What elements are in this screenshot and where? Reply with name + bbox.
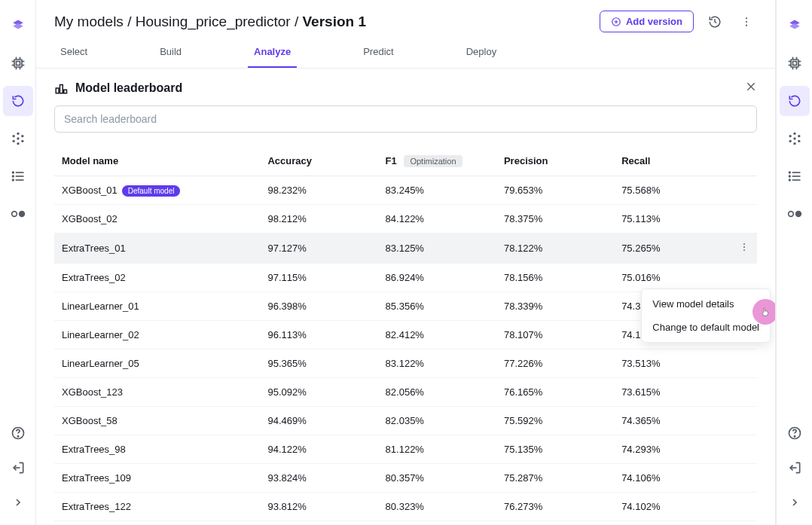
tab-deploy[interactable]: Deploy: [460, 38, 502, 68]
row-menu-button[interactable]: [731, 349, 757, 378]
row-menu-button[interactable]: [731, 205, 757, 234]
svg-point-12: [17, 142, 19, 145]
leaderboard-panel: Model leaderboard Model name Accuracy F1…: [36, 69, 775, 525]
svg-point-68: [794, 436, 795, 437]
optimization-badge: Optimization: [404, 155, 462, 167]
svg-point-54: [793, 142, 795, 145]
menu-change-default[interactable]: Change to default model: [642, 316, 770, 339]
sidebar-item-network[interactable]: [3, 124, 33, 154]
row-menu-button[interactable]: [731, 464, 757, 493]
sidebar-item-signout[interactable]: [3, 453, 33, 483]
tab-select[interactable]: Select: [54, 38, 93, 68]
row-context-menu: View model details Change to default mod…: [641, 288, 771, 343]
close-panel-button[interactable]: [745, 81, 757, 95]
right-sidebar-chip[interactable]: [780, 48, 810, 78]
cell-model-name: XGBoost_58: [54, 407, 260, 435]
tab-predict[interactable]: Predict: [357, 38, 399, 68]
chip-icon: [787, 56, 802, 71]
svg-rect-34: [56, 88, 59, 93]
table-row[interactable]: ExtraTrees_0297.115%86.924%78.156%75.016…: [54, 264, 757, 292]
cell-recall: 74.106%: [614, 464, 731, 493]
row-menu-button[interactable]: [731, 493, 757, 521]
svg-rect-36: [64, 90, 67, 93]
right-sidebar-refresh[interactable]: [780, 86, 810, 116]
col-precision[interactable]: Precision: [496, 146, 614, 176]
col-model-name[interactable]: Model name: [54, 146, 260, 176]
col-f1[interactable]: F1 Optimization: [378, 146, 496, 176]
table-row[interactable]: XGBoost_12395.092%82.056%76.165%73.615%: [54, 378, 757, 407]
svg-point-58: [798, 140, 800, 142]
cell-accuracy: 94.122%: [260, 435, 377, 464]
cell-f1: 80.357%: [378, 464, 496, 493]
cell-precision: 79.653%: [496, 176, 614, 205]
close-icon: [745, 81, 757, 93]
sidebar-item-refresh[interactable]: [3, 86, 33, 116]
row-menu-button[interactable]: [731, 176, 757, 205]
right-sidebar-list[interactable]: [780, 161, 810, 191]
cell-accuracy: 94.469%: [260, 407, 377, 435]
svg-rect-0: [14, 60, 22, 67]
refresh-icon: [787, 93, 802, 108]
col-accuracy[interactable]: Accuracy: [260, 146, 377, 176]
tab-analyze[interactable]: Analyze: [248, 38, 297, 68]
sidebar-item-help[interactable]: [3, 418, 33, 448]
right-sidebar-logo[interactable]: [780, 11, 810, 41]
history-button[interactable]: [704, 11, 725, 32]
menu-view-details[interactable]: View model details: [642, 292, 770, 316]
cell-f1: 80.185%: [378, 521, 496, 526]
row-menu-button[interactable]: [731, 407, 757, 435]
right-sidebar-help[interactable]: [780, 418, 810, 448]
row-menu-button[interactable]: [731, 378, 757, 407]
cell-accuracy: 95.092%: [260, 378, 377, 407]
svg-point-10: [17, 137, 19, 139]
table-row[interactable]: ExtraTrees_10993.785%80.185%77.532%74.09…: [54, 521, 757, 526]
sidebar-item-toggle[interactable]: [3, 199, 33, 229]
cell-model-name: LinearLearner_05: [54, 349, 260, 378]
cell-precision: 78.156%: [496, 264, 614, 292]
cell-f1: 82.035%: [378, 407, 496, 435]
cell-precision: 76.273%: [496, 493, 614, 521]
right-sidebar-signout[interactable]: [780, 453, 810, 483]
row-menu-button[interactable]: [731, 521, 757, 526]
cell-model-name: ExtraTrees_01: [54, 234, 260, 264]
table-row[interactable]: ExtraTrees_10993.824%80.357%75.287%74.10…: [54, 464, 757, 493]
right-sidebar-toggle[interactable]: [780, 199, 810, 229]
sidebar-item-chip[interactable]: [3, 48, 33, 78]
tab-build[interactable]: Build: [154, 38, 188, 68]
svg-point-62: [789, 172, 790, 173]
right-sidebar-network[interactable]: [780, 124, 810, 154]
leaderboard-icon: [54, 81, 68, 95]
svg-point-31: [746, 17, 747, 19]
table-row[interactable]: LinearLearner_0595.365%83.122%77.226%73.…: [54, 349, 757, 378]
more-button[interactable]: [736, 11, 757, 32]
row-menu-button[interactable]: [731, 234, 757, 264]
table-row[interactable]: ExtraTrees_9894.122%81.122%75.135%74.293…: [54, 435, 757, 464]
cell-precision: 78.339%: [496, 292, 614, 321]
sidebar-item-expand[interactable]: [3, 487, 33, 517]
svg-point-57: [789, 140, 791, 142]
signout-icon: [11, 460, 26, 475]
cell-f1: 83.245%: [378, 176, 496, 205]
col-recall[interactable]: Recall: [614, 146, 731, 176]
search-input[interactable]: [54, 105, 757, 133]
table-row[interactable]: XGBoost_0298.212%84.122%78.375%75.113%: [54, 205, 757, 234]
sidebar-item-list[interactable]: [3, 161, 33, 191]
table-row[interactable]: XGBoost_01Default model98.232%83.245%79.…: [54, 176, 757, 205]
cell-model-name: ExtraTrees_109: [54, 521, 260, 526]
cell-recall: 74.098%: [614, 521, 731, 526]
table-row[interactable]: ExtraTrees_0197.127%83.125%78.122%75.265…: [54, 234, 757, 264]
asterisk-icon: [11, 131, 26, 146]
breadcrumb-project[interactable]: Housing_price_predictor: [136, 14, 291, 29]
table-row[interactable]: XGBoost_5894.469%82.035%75.592%74.365%: [54, 407, 757, 435]
cell-precision: 75.592%: [496, 407, 614, 435]
topbar: My models / Housing_price_predictor / Ve…: [36, 0, 775, 38]
sidebar-logo[interactable]: [3, 11, 33, 41]
cell-model-name: ExtraTrees_02: [54, 264, 260, 292]
add-version-button[interactable]: Add version: [600, 11, 694, 32]
row-menu-button[interactable]: [731, 264, 757, 292]
svg-point-53: [793, 133, 795, 135]
breadcrumb-root[interactable]: My models: [54, 14, 124, 29]
table-row[interactable]: ExtraTrees_12293.812%80.323%76.273%74.10…: [54, 493, 757, 521]
right-sidebar-expand[interactable]: [780, 487, 810, 517]
row-menu-button[interactable]: [731, 435, 757, 464]
